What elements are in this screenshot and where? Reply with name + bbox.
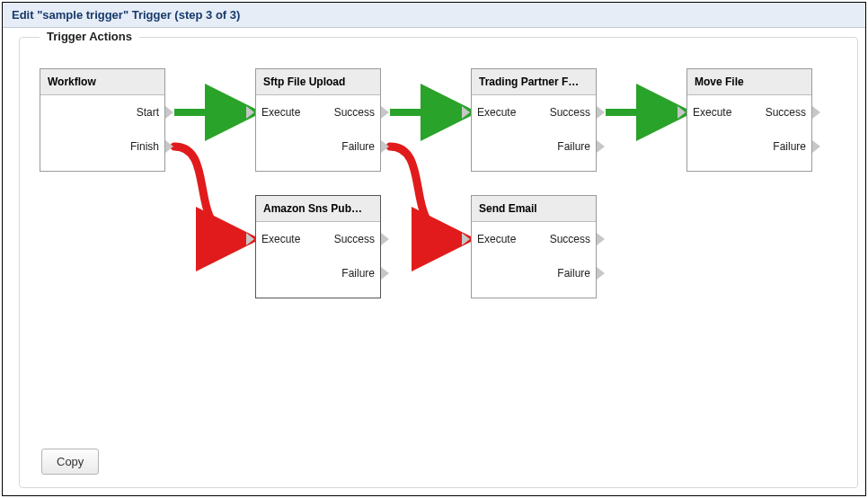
port-success[interactable]: Success [766, 106, 806, 119]
arrowhead-icon [597, 106, 605, 119]
node-workflow[interactable]: Workflow Start Finish [40, 68, 165, 172]
port-execute[interactable]: Execute [477, 106, 516, 119]
node-trading-body: Execute Success Failure [472, 95, 596, 171]
arrowhead-icon [678, 106, 686, 119]
node-workflow-body: Start Finish [40, 95, 164, 171]
node-sftp-body: Execute Success Failure [256, 95, 380, 171]
arrowhead-icon [597, 140, 605, 153]
copy-button[interactable]: Copy [41, 449, 99, 475]
arrowhead-icon [246, 106, 254, 119]
arrowhead-icon [597, 267, 605, 280]
port-success[interactable]: Success [550, 106, 590, 119]
port-failure[interactable]: Failure [773, 140, 806, 153]
node-trading-title: Trading Partner F… [472, 69, 596, 95]
node-trading[interactable]: Trading Partner F… Execute Success Failu… [471, 68, 597, 172]
node-sftp[interactable]: Sftp File Upload Execute Success Failure [255, 68, 381, 172]
arrowhead-icon [462, 233, 470, 245]
port-execute[interactable]: Execute [477, 233, 516, 245]
port-finish[interactable]: Finish [130, 140, 159, 153]
panel-title: Trigger Actions [40, 30, 139, 43]
arrowhead-icon [165, 140, 173, 153]
edge-finish-to-sns [174, 147, 244, 239]
node-move-title: Move File [687, 69, 811, 95]
arrowhead-icon [381, 140, 389, 153]
arrowhead-icon [165, 106, 173, 119]
window-title: Edit "sample trigger" Trigger (step 3 of… [3, 3, 865, 28]
arrowhead-icon [381, 233, 389, 245]
port-failure[interactable]: Failure [341, 267, 375, 280]
arrowhead-icon [597, 233, 605, 245]
node-move-body: Execute Success Failure [687, 95, 811, 171]
port-execute[interactable]: Execute [261, 106, 300, 119]
port-failure[interactable]: Failure [557, 267, 590, 280]
port-start[interactable]: Start [137, 106, 159, 119]
arrowhead-icon [381, 267, 389, 280]
arrowhead-icon [462, 106, 470, 119]
node-email-title: Send Email [472, 196, 596, 222]
arrowhead-icon [812, 106, 820, 119]
editor-window: Edit "sample trigger" Trigger (step 3 of… [2, 2, 866, 496]
arrowhead-icon [812, 140, 820, 153]
node-sns-body: Execute Success Failure [256, 222, 380, 298]
node-email[interactable]: Send Email Execute Success Failure [471, 195, 597, 298]
arrowhead-icon [381, 106, 389, 119]
port-failure[interactable]: Failure [341, 140, 375, 153]
node-email-body: Execute Success Failure [472, 222, 596, 298]
node-sns[interactable]: Amazon Sns Pub… Execute Success Failure [255, 195, 381, 298]
port-success[interactable]: Success [334, 106, 375, 119]
node-workflow-title: Workflow [40, 69, 164, 95]
port-success[interactable]: Success [550, 233, 590, 245]
port-execute[interactable]: Execute [261, 233, 300, 245]
port-success[interactable]: Success [334, 233, 375, 245]
node-move[interactable]: Move File Execute Success Failure [686, 68, 812, 172]
workflow-canvas[interactable]: Workflow Start Finish Sftp File Upload E… [31, 68, 852, 442]
arrowhead-icon [246, 233, 254, 245]
edge-sftp-failure-to-email [390, 147, 460, 239]
node-sftp-title: Sftp File Upload [256, 69, 380, 95]
trigger-actions-panel: Trigger Actions [19, 37, 858, 488]
port-execute[interactable]: Execute [693, 106, 731, 119]
port-failure[interactable]: Failure [557, 140, 590, 153]
node-sns-title: Amazon Sns Pub… [256, 196, 380, 222]
